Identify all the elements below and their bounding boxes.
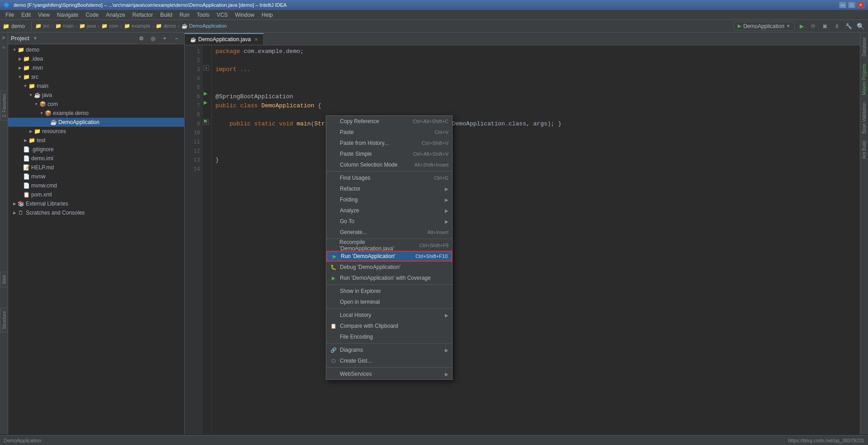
- gutter-run-icon-7[interactable]: ▶: [204, 100, 207, 105]
- menu-vcs[interactable]: VCS: [213, 11, 232, 19]
- project-expand-btn[interactable]: +: [160, 33, 170, 43]
- ctx-webservices[interactable]: WebServices ▶: [326, 368, 452, 379]
- menu-build[interactable]: Build: [157, 11, 176, 19]
- kw-public: public: [215, 101, 237, 110]
- tree-item-demoiml[interactable]: 📄 demo.iml: [8, 154, 184, 163]
- maximize-button[interactable]: □: [848, 2, 855, 8]
- right-panel-ant[interactable]: Ant Build: [861, 138, 868, 162]
- code-area[interactable]: package com.example.demo; import ... @Sp…: [212, 45, 860, 434]
- ctx-analyze[interactable]: Analyze ▶: [326, 205, 452, 216]
- left-panel-web-tab[interactable]: Web: [0, 272, 8, 287]
- menu-tools[interactable]: Tools: [193, 11, 213, 19]
- tree-label-main: main: [37, 83, 48, 89]
- left-sidebar-favorites-icon[interactable]: F: [0, 43, 8, 51]
- ctx-debug[interactable]: 🐛 Debug 'DemoApplication': [326, 262, 452, 273]
- project-collapse-btn[interactable]: −: [172, 33, 181, 43]
- right-panel-maven[interactable]: Maven Projects: [861, 61, 868, 98]
- ctx-create-gist[interactable]: ⬡ Create Gist...: [326, 355, 452, 366]
- tree-item-idea[interactable]: ▶ 📁 .idea: [8, 54, 184, 63]
- tree-item-src[interactable]: ▼ 📁 src: [8, 72, 184, 81]
- ctx-run-demoapplication[interactable]: ▶ Run 'DemoApplication' Ctrl+Shift+F10: [326, 251, 452, 262]
- ctx-recompile[interactable]: Recompile 'DemoApplication.java' Ctrl+Sh…: [326, 240, 452, 251]
- tree-arrow-main: ▼: [23, 84, 28, 88]
- menu-refactor[interactable]: Refactor: [129, 11, 157, 19]
- menu-navigate[interactable]: Navigate: [53, 11, 82, 19]
- tree-item-mvnwcmd[interactable]: 📄 mvnw.cmd: [8, 181, 184, 190]
- ctx-generate[interactable]: Generate... Alt+Insert: [326, 227, 452, 238]
- tree-item-pomxml[interactable]: 📋 pom.xml: [8, 190, 184, 199]
- tab-demoapplication[interactable]: ☕ DemoApplication.java ✕: [185, 33, 264, 45]
- menu-view[interactable]: View: [34, 11, 53, 19]
- toolbar-btn-5[interactable]: 🔧: [844, 21, 854, 31]
- ctx-paste[interactable]: Paste Ctrl+V: [326, 127, 452, 138]
- right-panel-database[interactable]: Database: [861, 34, 868, 59]
- run-button[interactable]: ▶: [796, 21, 806, 31]
- ctx-diagrams[interactable]: 🔗 Diagrams ▶: [326, 345, 452, 355]
- kw-package: package: [215, 47, 240, 56]
- left-panel-favorites[interactable]: 2: Favorites: [0, 91, 8, 120]
- menu-edit[interactable]: Edit: [18, 11, 34, 19]
- project-scroll-btn[interactable]: ◎: [148, 33, 158, 43]
- tree-item-java[interactable]: ▼ ☕ java: [8, 91, 184, 100]
- tree-item-main[interactable]: ▼ 📁 main: [8, 81, 184, 91]
- ctx-copy-reference[interactable]: Copy Reference Ctrl+Alt+Shift+C: [326, 116, 452, 127]
- ctx-paste-history[interactable]: Paste from History... Ctrl+Shift+V: [326, 138, 452, 148]
- file-icon-mvnw: 📄: [23, 173, 30, 180]
- tree-item-extlibs[interactable]: ▶ 📚 External Libraries: [8, 199, 184, 208]
- tab-close-icon[interactable]: ✕: [254, 37, 258, 42]
- tree-item-gitignore[interactable]: 📄 .gitignore: [8, 145, 184, 154]
- toolbar-btn-3[interactable]: ⏹: [820, 21, 830, 31]
- ctx-run-coverage[interactable]: ▶ Run 'DemoApplication' with Coverage: [326, 273, 452, 283]
- gutter-run-icon-6[interactable]: ▶: [204, 91, 207, 96]
- left-panel-structure-tab[interactable]: Structure: [0, 308, 8, 333]
- fold-marker-3[interactable]: +: [204, 65, 209, 71]
- kw-void: void: [279, 120, 293, 129]
- ctx-find-usages[interactable]: Find Usages Ctrl+G: [326, 172, 452, 183]
- tree-item-demo[interactable]: ▼ 📁 demo: [8, 45, 184, 54]
- menu-help[interactable]: Help: [258, 11, 277, 19]
- close-button[interactable]: ✕: [857, 2, 864, 8]
- editor-content[interactable]: 1 2 3 4 5 6 7 8 9 10 11 12 13 14 ▶ ▶: [185, 45, 860, 434]
- tree-item-com[interactable]: ▼ 📦 com: [8, 100, 184, 109]
- menu-analyze[interactable]: Analyze: [102, 11, 129, 19]
- menu-run[interactable]: Run: [176, 11, 193, 19]
- left-sidebar-project-icon[interactable]: P: [0, 34, 8, 42]
- project-icon: 📁: [3, 23, 10, 29]
- ctx-coverage-icon: ▶: [330, 275, 337, 281]
- tree-item-helpmd[interactable]: 📝 HELP.md: [8, 163, 184, 172]
- ctx-goto[interactable]: Go To ▶: [326, 216, 452, 227]
- menu-code[interactable]: Code: [82, 11, 102, 19]
- tree-item-mvn[interactable]: ▶ 📁 .mvn: [8, 63, 184, 72]
- tree-item-resources[interactable]: ▶ 📁 resources: [8, 127, 184, 136]
- tree-item-demoapplication[interactable]: ☕ DemoApplication: [8, 118, 184, 127]
- project-dropdown-arrow[interactable]: ▼: [33, 36, 38, 41]
- ctx-column-selection[interactable]: Column Selection Mode Alt+Shift+Insert: [326, 159, 452, 170]
- tree-item-example[interactable]: ▼ 📦 example.demo: [8, 109, 184, 118]
- fold-marker-9[interactable]: +: [204, 120, 209, 125]
- ctx-folding[interactable]: Folding ▶: [326, 194, 452, 205]
- paren-open: (: [311, 120, 315, 129]
- right-panel-bean[interactable]: Bean Validation: [861, 100, 868, 136]
- tree-item-mvnw[interactable]: 📄 mvnw: [8, 172, 184, 181]
- folder-icon-demo: 📁: [17, 47, 24, 53]
- ctx-compare-clipboard[interactable]: 📋 Compare with Clipboard: [326, 321, 452, 331]
- ctx-label-open-terminal: Open in terminal: [340, 299, 380, 305]
- menu-file[interactable]: File: [2, 11, 18, 19]
- ctx-paste-simple[interactable]: Paste Simple Ctrl+Alt+Shift+V: [326, 148, 452, 159]
- tree-item-test[interactable]: ▶ 📁 test: [8, 136, 184, 145]
- project-settings-btn[interactable]: ⚙: [136, 33, 146, 43]
- ctx-local-history[interactable]: Local History ▶: [326, 310, 452, 321]
- file-icon-gitignore: 📄: [23, 146, 30, 153]
- menu-window[interactable]: Window: [231, 11, 258, 19]
- toolbar-btn-4[interactable]: ⏸: [832, 21, 842, 31]
- minimize-button[interactable]: —: [839, 2, 846, 8]
- tree-item-scratches[interactable]: ▶ 🗒 Scratches and Consoles: [8, 208, 184, 217]
- toolbar-btn-2[interactable]: ⟳: [808, 21, 818, 31]
- ctx-show-explorer[interactable]: Show in Explorer: [326, 286, 452, 297]
- run-config[interactable]: ▶ DemoApplication ▼: [734, 22, 795, 31]
- search-everywhere-button[interactable]: 🔍: [855, 21, 865, 31]
- ctx-open-terminal[interactable]: Open in terminal: [326, 297, 452, 307]
- ctx-refactor[interactable]: Refactor ▶: [326, 183, 452, 194]
- ctx-file-encoding[interactable]: File Encoding: [326, 331, 452, 342]
- code-line-12: [215, 147, 856, 156]
